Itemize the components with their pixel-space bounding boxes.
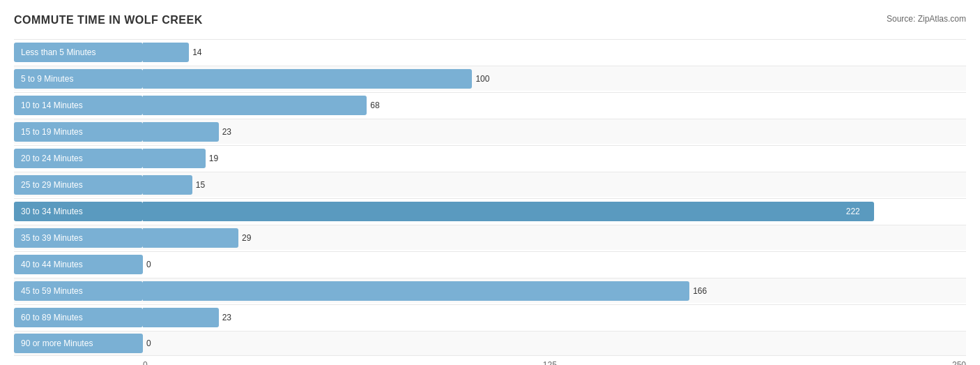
chart-title: COMMUTE TIME IN WOLF CREEK bbox=[14, 14, 203, 27]
bar-track: 0 bbox=[143, 255, 966, 274]
bar-track: 14 bbox=[143, 43, 966, 62]
bar-value: 29 bbox=[242, 233, 251, 243]
bar-label: Less than 5 Minutes bbox=[14, 43, 143, 62]
bar-value: 14 bbox=[192, 47, 201, 57]
bar-label: 20 to 24 Minutes bbox=[14, 149, 143, 168]
bar-row: 35 to 39 Minutes29 bbox=[14, 225, 966, 250]
bar-value: 0 bbox=[146, 338, 151, 348]
x-axis-label: 125 bbox=[543, 360, 557, 365]
bar-value: 23 bbox=[222, 127, 231, 137]
bar-label: 5 to 9 Minutes bbox=[14, 69, 143, 89]
bar-fill bbox=[143, 149, 206, 168]
bar-fill bbox=[143, 43, 189, 62]
bar-row: 5 to 9 Minutes100 bbox=[14, 66, 966, 91]
bar-fill bbox=[143, 202, 874, 221]
bar-fill bbox=[143, 122, 219, 142]
bar-row: 45 to 59 Minutes166 bbox=[14, 278, 966, 303]
bar-label: 60 to 89 Minutes bbox=[14, 308, 143, 327]
bar-label: 40 to 44 Minutes bbox=[14, 255, 143, 274]
bar-track: 23 bbox=[143, 122, 966, 142]
bar-fill bbox=[143, 69, 472, 89]
bar-fill bbox=[143, 96, 367, 115]
bar-label: 45 to 59 Minutes bbox=[14, 281, 143, 301]
bar-label: 15 to 19 Minutes bbox=[14, 122, 143, 142]
bar-fill bbox=[143, 228, 238, 248]
bar-value: 15 bbox=[196, 180, 205, 190]
bar-row: 30 to 34 Minutes222 bbox=[14, 198, 966, 223]
bar-track: 15 bbox=[143, 175, 966, 195]
chart-source: Source: ZipAtlas.com bbox=[887, 14, 966, 24]
bar-fill bbox=[143, 308, 219, 327]
bar-value: 222 bbox=[846, 207, 860, 216]
bar-fill bbox=[143, 281, 689, 301]
bar-label: 30 to 34 Minutes bbox=[14, 202, 143, 221]
bar-value: 19 bbox=[209, 154, 218, 163]
bar-label: 90 or more Minutes bbox=[14, 334, 143, 353]
bar-value: 0 bbox=[146, 260, 151, 269]
bar-label: 10 to 14 Minutes bbox=[14, 96, 143, 115]
bar-track: 68 bbox=[143, 96, 966, 115]
bar-row: Less than 5 Minutes14 bbox=[14, 39, 966, 64]
bar-row: 10 to 14 Minutes68 bbox=[14, 92, 966, 117]
x-axis-label: 250 bbox=[952, 360, 966, 365]
bar-row: 60 to 89 Minutes23 bbox=[14, 304, 966, 329]
bar-track: 19 bbox=[143, 149, 966, 168]
bar-value: 23 bbox=[222, 313, 231, 322]
chart-area: Less than 5 Minutes145 to 9 Minutes10010… bbox=[14, 39, 966, 356]
bar-row: 40 to 44 Minutes0 bbox=[14, 251, 966, 276]
bar-track: 29 bbox=[143, 228, 966, 248]
bar-label: 25 to 29 Minutes bbox=[14, 175, 143, 195]
bar-row: 90 or more Minutes0 bbox=[14, 331, 966, 356]
bar-row: 20 to 24 Minutes19 bbox=[14, 145, 966, 170]
bar-track: 100 bbox=[143, 69, 966, 89]
chart-header: COMMUTE TIME IN WOLF CREEK Source: ZipAt… bbox=[14, 14, 966, 27]
bar-row: 25 to 29 Minutes15 bbox=[14, 172, 966, 197]
bar-value: 166 bbox=[693, 286, 707, 296]
bar-track: 166 bbox=[143, 281, 966, 301]
bar-label: 35 to 39 Minutes bbox=[14, 228, 143, 248]
bar-fill bbox=[143, 175, 192, 195]
chart-container: COMMUTE TIME IN WOLF CREEK Source: ZipAt… bbox=[0, 0, 980, 365]
x-axis-labels: 0125250 bbox=[143, 360, 966, 365]
x-axis: 0125250 bbox=[14, 360, 966, 365]
x-axis-label: 0 bbox=[143, 360, 148, 365]
bar-track: 0 bbox=[143, 334, 966, 353]
bar-value: 68 bbox=[370, 100, 379, 110]
bar-track: 23 bbox=[143, 308, 966, 327]
bar-row: 15 to 19 Minutes23 bbox=[14, 119, 966, 144]
bar-track: 222 bbox=[143, 202, 966, 221]
bar-value: 100 bbox=[475, 74, 489, 84]
